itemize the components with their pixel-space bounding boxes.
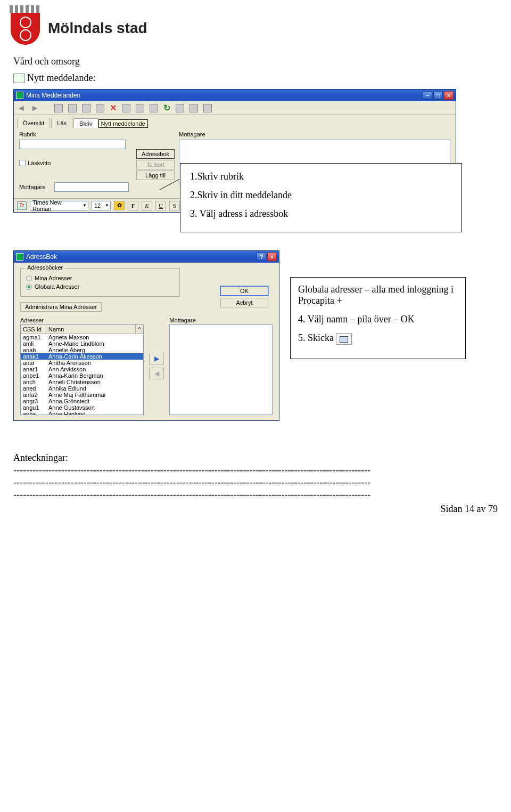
tab-las[interactable]: Läs	[51, 118, 72, 128]
header-css-id: CSS Id	[21, 325, 46, 334]
list-row[interactable]: angr3Anna Grönstedt	[21, 398, 143, 404]
titlebar: Mina Meddelanden – □ ×	[14, 90, 456, 101]
laggtill-button[interactable]: Lägg till	[136, 170, 175, 180]
window-icon	[16, 92, 23, 99]
mottagare-ab-listbox[interactable]	[169, 324, 273, 415]
list-row[interactable]: anabAnnelie Åberg	[21, 347, 143, 353]
list-row[interactable]: anhaAnna Haglund	[21, 411, 143, 415]
toolbar-icon[interactable]	[176, 104, 184, 112]
notes-line: ----------------------------------------…	[13, 477, 498, 488]
underline-button[interactable]: U	[155, 201, 166, 210]
step-1: 1.Skriv rubrik	[190, 171, 452, 182]
toolbar-icon[interactable]	[82, 104, 90, 112]
window-adressbok: AdressBok ? × Adressböcker Mina Adresser…	[13, 250, 279, 421]
send-icon	[336, 333, 352, 345]
page-footer: Sidan 14 av 79	[13, 504, 498, 515]
tabort-button[interactable]: Ta bort	[136, 160, 175, 169]
ab-title: AdressBok	[26, 253, 57, 261]
step-3: 3. Välj adress i adressbok	[190, 208, 452, 220]
tooltip-nytt-meddelande: Nytt meddelande	[98, 119, 148, 128]
notes-heading: Anteckningar:	[13, 452, 498, 464]
notes-line: ----------------------------------------…	[13, 489, 498, 500]
adresser-listbox[interactable]: CSS Id Namn ^ agma1Agneta MaxsonamliAnne…	[20, 324, 144, 415]
list-row[interactable]: anfa2Anne Maj Fälthammar	[21, 392, 143, 398]
label-mottagare-ab: Mottagare	[169, 317, 273, 323]
color-button[interactable]: ✿	[114, 201, 125, 210]
font-icon: Tr	[17, 201, 27, 210]
molndal-logo	[11, 5, 40, 45]
toolbar: ◄ ► ✕ ↻	[14, 101, 456, 115]
refresh-icon[interactable]: ↻	[163, 103, 170, 113]
ab-titlebar: AdressBok ? ×	[14, 251, 279, 263]
section-title: Vård och omsorg	[13, 56, 498, 67]
help-button[interactable]: ?	[257, 253, 266, 261]
header-namn: Namn	[46, 325, 136, 334]
note-globala: Globala adresser – alla med inloggning i…	[298, 284, 458, 306]
new-message-icon	[13, 74, 25, 83]
scrollbar-top[interactable]: ^	[136, 325, 143, 334]
label-mina-adresser: Mina Adresser	[35, 275, 72, 281]
toolbar-icon[interactable]	[68, 104, 77, 112]
nav-fwd-icon[interactable]: ►	[31, 103, 39, 113]
minimize-button[interactable]: –	[423, 91, 432, 100]
notes-line: ----------------------------------------…	[13, 465, 498, 476]
page-header: Mölndals stad	[0, 0, 511, 48]
list-row[interactable]: anbe1Anna-Karin Bergman	[21, 372, 143, 379]
label-rubrik: Rubrik	[19, 131, 51, 137]
list-row[interactable]: angu1Anne Gustavsson	[21, 404, 143, 411]
label-globala-adresser: Globala Adresser	[35, 283, 79, 290]
window-title: Mina Meddelanden	[26, 92, 80, 99]
toolbar-icon[interactable]	[54, 104, 63, 112]
callout-steps-1-3: 1.Skriv rubrik 2.Skriv in ditt meddeland…	[180, 163, 462, 232]
radio-mina-adresser[interactable]	[26, 275, 32, 281]
mottagare-input[interactable]	[54, 182, 129, 192]
laskvitto-checkbox[interactable]	[19, 160, 26, 166]
italic-button[interactable]: K	[142, 201, 152, 210]
close-button[interactable]: ×	[444, 91, 454, 100]
toolbar-icon[interactable]	[122, 104, 130, 112]
list-row[interactable]: anedAnnika Edlund	[21, 385, 143, 392]
step-5: 5. Skicka	[298, 332, 458, 345]
adressbok-button[interactable]: Adressbok	[136, 149, 175, 159]
toolbar-icon[interactable]	[96, 104, 104, 112]
delete-icon[interactable]: ✕	[110, 103, 117, 113]
font-size-select[interactable]: 12	[92, 201, 111, 210]
callout-steps-4-5: Globala adresser – alla med inloggning i…	[290, 277, 466, 359]
new-message-label: Nytt meddelande:	[27, 72, 95, 84]
window-icon	[16, 253, 23, 261]
toolbar-icon[interactable]	[136, 104, 144, 112]
label-laskvitto: Läskvitto	[28, 160, 51, 166]
tab-row: Översikt Läs Skriv Nytt meddelande	[14, 115, 456, 128]
avbryt-button[interactable]: Avbryt	[220, 298, 268, 307]
new-message-row: Nytt meddelande:	[13, 72, 498, 84]
toolbar-icon[interactable]	[189, 104, 198, 112]
step-2: 2.Skriv in ditt meddelande	[190, 190, 452, 201]
move-right-button[interactable]: ▶	[149, 353, 164, 364]
maximize-button[interactable]: □	[433, 91, 443, 100]
list-row[interactable]: anak1Anna-Carin Åkesson	[21, 353, 143, 360]
nav-back-icon[interactable]: ◄	[17, 103, 26, 113]
rubrik-input[interactable]	[19, 140, 126, 149]
administrera-button[interactable]: Administrera Mina Adresser	[20, 302, 102, 312]
label-adresser: Adresser	[20, 317, 144, 323]
ok-button[interactable]: OK	[220, 286, 268, 296]
toolbar-icon[interactable]	[150, 104, 158, 112]
list-row[interactable]: agma1Agneta Maxson	[21, 334, 143, 340]
list-row[interactable]: amliAnne-Marie Lindblom	[21, 340, 143, 347]
close-button[interactable]: ×	[267, 253, 277, 261]
label-mottagare: Mottagare	[19, 184, 51, 190]
adressbocker-group: Adressböcker Mina Adresser Globala Adres…	[20, 268, 180, 297]
list-row[interactable]: anar1Ann Arvidsson	[21, 366, 143, 372]
list-row[interactable]: anchAnneli Christensson	[21, 379, 143, 385]
font-name-select[interactable]: Times New Roman	[30, 201, 88, 210]
strike-button[interactable]: S	[169, 201, 180, 210]
move-left-button[interactable]: ◀	[149, 368, 164, 379]
step-4: 4. Välj namn – pila över – OK	[298, 314, 458, 325]
tab-skriv[interactable]: Skriv	[73, 118, 98, 128]
list-row[interactable]: anarAnitha Aronsson	[21, 360, 143, 366]
bold-button[interactable]: F	[128, 201, 138, 210]
toolbar-icon[interactable]	[203, 104, 212, 112]
tab-oversikt[interactable]: Översikt	[17, 118, 50, 128]
org-name: Mölndals stad	[48, 20, 147, 37]
radio-globala-adresser[interactable]	[26, 284, 32, 290]
